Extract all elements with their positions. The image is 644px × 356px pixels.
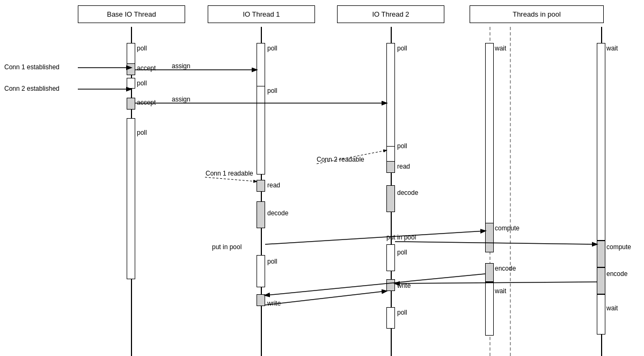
label-base-accept2: accept: [137, 99, 156, 106]
svg-line-10: [265, 291, 386, 305]
svg-line-8: [265, 274, 485, 295]
label-pool2-compute: compute: [606, 243, 631, 251]
actor-io-thread-2: IO Thread 2: [337, 5, 444, 23]
label-assign1: assign: [172, 62, 191, 70]
activation-pool2-wait1: [597, 43, 605, 241]
label-conn1-established: Conn 1 established: [4, 63, 60, 71]
label-pool2-wait2: wait: [606, 304, 618, 312]
svg-line-7: [395, 242, 597, 244]
label-pool1-wait1: wait: [495, 45, 506, 52]
label-io1-read: read: [267, 181, 280, 189]
arrows-svg: [0, 0, 644, 356]
activation-base-poll3: [127, 118, 135, 279]
label-pool1-wait2: wait: [495, 287, 506, 295]
activation-io2-write: [386, 279, 395, 291]
label-conn2-established: Conn 2 established: [4, 85, 60, 92]
activation-io1-read: [257, 180, 265, 192]
activation-io1-poll3: [257, 255, 265, 287]
label-io2-read: read: [397, 163, 410, 170]
label-io1-poll3: poll: [267, 258, 277, 265]
label-io2-put-in-pool: put in pool: [386, 234, 416, 241]
label-io2-poll4: poll: [397, 309, 407, 316]
activation-base-accept2: [127, 98, 135, 110]
activation-pool1-compute: [485, 223, 494, 252]
label-conn1-readable: Conn 1 readable: [206, 170, 253, 177]
activation-io2-poll2: [386, 146, 395, 162]
label-io2-poll2: poll: [397, 142, 407, 150]
label-assign2: assign: [172, 96, 191, 103]
label-base-poll3: poll: [137, 129, 147, 136]
activation-io1-write: [257, 294, 265, 306]
label-pool2-wait1: wait: [606, 45, 618, 52]
sequence-diagram: Base IO Thread IO Thread 1 IO Thread 2 T…: [0, 0, 644, 356]
activation-pool2-compute: [597, 241, 605, 267]
label-conn2-readable: Conn 2 readable: [317, 156, 364, 163]
label-pool2-encode: encode: [606, 270, 627, 278]
actor-io-thread-1: IO Thread 1: [208, 5, 315, 23]
label-io2-write: write: [397, 282, 411, 289]
label-io1-put-in-pool: put in pool: [212, 243, 241, 251]
activation-pool2-wait2: [597, 294, 605, 335]
label-io2-poll3: poll: [397, 249, 407, 256]
label-base-poll2: poll: [137, 79, 147, 87]
activation-io2-poll1: [386, 43, 395, 150]
activation-io2-poll4: [386, 307, 395, 329]
activation-io2-decode: [386, 185, 395, 212]
activation-base-accept1: [127, 63, 135, 75]
label-base-accept1: accept: [137, 64, 156, 72]
actor-threads-in-pool: Threads in pool: [470, 5, 604, 23]
label-io2-poll1: poll: [397, 45, 407, 52]
activation-pool2-encode: [597, 267, 605, 294]
svg-line-4: [205, 177, 257, 181]
activation-io2-read: [386, 161, 395, 173]
activation-pool1-wait1: [485, 43, 494, 226]
label-io1-poll2: poll: [267, 87, 277, 95]
label-base-poll1: poll: [137, 45, 147, 52]
activation-pool1-encode: [485, 263, 494, 282]
label-io1-poll1: poll: [267, 45, 277, 52]
label-io1-decode: decode: [267, 209, 288, 217]
activation-io1-poll2: [257, 86, 265, 175]
svg-line-6: [265, 231, 485, 244]
label-io1-write: write: [267, 300, 281, 307]
label-io2-decode: decode: [397, 189, 418, 197]
activation-io1-decode: [257, 201, 265, 228]
activation-pool1-wait2: [485, 282, 494, 336]
activation-base-poll2: [127, 78, 135, 89]
svg-line-9: [395, 282, 597, 284]
actor-base-io-thread: Base IO Thread: [78, 5, 185, 23]
label-pool1-compute: compute: [495, 224, 519, 232]
lifeline-pool2: [510, 27, 511, 356]
activation-io2-poll3: [386, 244, 395, 271]
label-pool1-encode: encode: [495, 265, 516, 272]
